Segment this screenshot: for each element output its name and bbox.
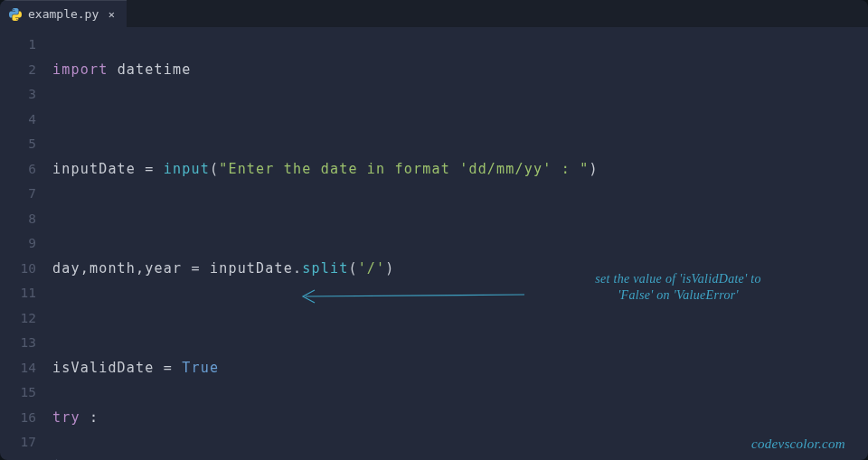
- line-number: 6: [0, 157, 36, 183]
- code-line: isValidDate = True: [52, 356, 599, 381]
- line-number: 16: [0, 406, 36, 431]
- code-editor[interactable]: 1234567891011121314151617 import datetim…: [0, 27, 868, 460]
- code-line: inputDate = input("Enter the date in for…: [52, 157, 599, 183]
- line-number: 7: [0, 182, 36, 207]
- line-number: 13: [0, 331, 36, 356]
- tab-filename: example.py: [28, 7, 99, 21]
- line-number: 11: [0, 281, 36, 306]
- line-number: 10: [0, 257, 36, 282]
- line-number: 8: [0, 207, 36, 232]
- code-line: day,month,year = inputDate.split('/'): [52, 257, 599, 282]
- line-number: 17: [0, 430, 36, 455]
- python-file-icon: [9, 8, 22, 21]
- code-annotation: set the value of 'isValidDate' to 'False…: [542, 271, 814, 304]
- line-number: 3: [0, 82, 36, 108]
- close-icon[interactable]: ✕: [105, 8, 118, 21]
- watermark-credit: codevscolor.com: [751, 436, 845, 454]
- line-number: 9: [0, 231, 36, 257]
- line-number: 4: [0, 108, 36, 133]
- line-number: 5: [0, 132, 36, 157]
- line-number: 12: [0, 306, 36, 332]
- code-area[interactable]: import datetime inputDate = input("Enter…: [52, 27, 599, 460]
- line-number: 15: [0, 380, 36, 406]
- annotation-text-line: set the value of 'isValidDate' to: [542, 271, 814, 287]
- line-number-gutter: 1234567891011121314151617: [0, 27, 52, 460]
- editor-tab[interactable]: example.py ✕: [0, 0, 127, 27]
- tab-bar: example.py ✕: [0, 0, 868, 27]
- code-line: import datetime: [52, 58, 599, 83]
- code-line: [52, 207, 599, 232]
- line-number: 14: [0, 356, 36, 381]
- line-number: 2: [0, 58, 36, 83]
- line-number: 1: [0, 33, 36, 58]
- code-line: try :: [52, 406, 599, 431]
- code-line: │ datetime.datetime(int(year),int(month)…: [52, 455, 599, 461]
- annotation-text-line: 'False' on 'ValueError': [542, 287, 814, 304]
- code-line: [52, 108, 599, 133]
- code-line: [52, 306, 599, 332]
